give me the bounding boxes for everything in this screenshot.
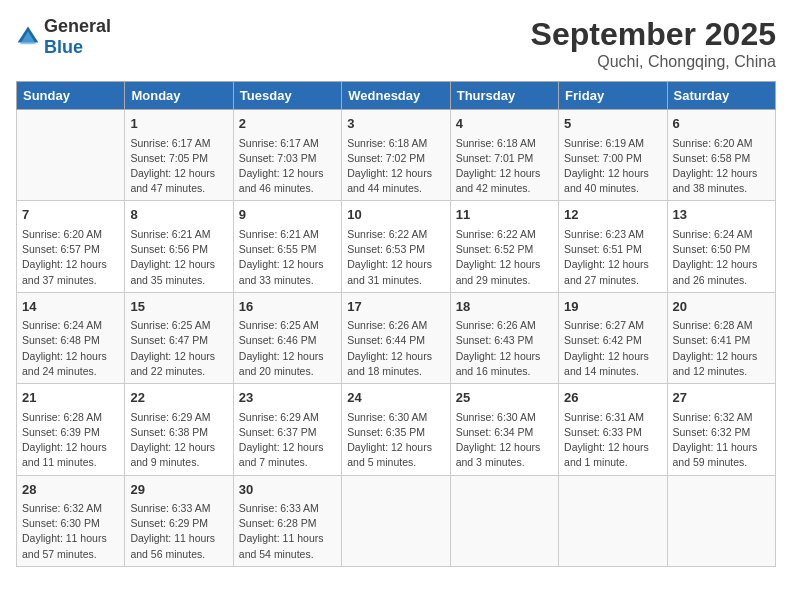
calendar-cell: 23Sunrise: 6:29 AM Sunset: 6:37 PM Dayli… <box>233 384 341 475</box>
day-number: 1 <box>130 114 227 134</box>
day-info: Sunrise: 6:20 AM Sunset: 6:57 PM Dayligh… <box>22 227 119 288</box>
day-number: 18 <box>456 297 553 317</box>
header-tuesday: Tuesday <box>233 82 341 110</box>
day-info: Sunrise: 6:18 AM Sunset: 7:02 PM Dayligh… <box>347 136 444 197</box>
calendar-cell <box>559 475 667 566</box>
week-row-1: 1Sunrise: 6:17 AM Sunset: 7:05 PM Daylig… <box>17 110 776 201</box>
day-info: Sunrise: 6:29 AM Sunset: 6:37 PM Dayligh… <box>239 410 336 471</box>
day-number: 9 <box>239 205 336 225</box>
calendar-cell: 4Sunrise: 6:18 AM Sunset: 7:01 PM Daylig… <box>450 110 558 201</box>
header-thursday: Thursday <box>450 82 558 110</box>
day-info: Sunrise: 6:32 AM Sunset: 6:30 PM Dayligh… <box>22 501 119 562</box>
calendar-cell: 13Sunrise: 6:24 AM Sunset: 6:50 PM Dayli… <box>667 201 775 292</box>
day-number: 11 <box>456 205 553 225</box>
calendar-cell <box>450 475 558 566</box>
day-info: Sunrise: 6:22 AM Sunset: 6:53 PM Dayligh… <box>347 227 444 288</box>
calendar-cell <box>17 110 125 201</box>
day-info: Sunrise: 6:21 AM Sunset: 6:56 PM Dayligh… <box>130 227 227 288</box>
day-number: 30 <box>239 480 336 500</box>
day-number: 28 <box>22 480 119 500</box>
day-number: 6 <box>673 114 770 134</box>
calendar-cell: 26Sunrise: 6:31 AM Sunset: 6:33 PM Dayli… <box>559 384 667 475</box>
calendar-cell: 10Sunrise: 6:22 AM Sunset: 6:53 PM Dayli… <box>342 201 450 292</box>
day-info: Sunrise: 6:17 AM Sunset: 7:03 PM Dayligh… <box>239 136 336 197</box>
calendar-cell: 5Sunrise: 6:19 AM Sunset: 7:00 PM Daylig… <box>559 110 667 201</box>
day-info: Sunrise: 6:33 AM Sunset: 6:29 PM Dayligh… <box>130 501 227 562</box>
day-info: Sunrise: 6:25 AM Sunset: 6:47 PM Dayligh… <box>130 318 227 379</box>
header-sunday: Sunday <box>17 82 125 110</box>
calendar-cell: 30Sunrise: 6:33 AM Sunset: 6:28 PM Dayli… <box>233 475 341 566</box>
day-number: 21 <box>22 388 119 408</box>
day-number: 16 <box>239 297 336 317</box>
day-number: 10 <box>347 205 444 225</box>
calendar-cell: 21Sunrise: 6:28 AM Sunset: 6:39 PM Dayli… <box>17 384 125 475</box>
weekday-header-row: SundayMondayTuesdayWednesdayThursdayFrid… <box>17 82 776 110</box>
day-number: 12 <box>564 205 661 225</box>
calendar-cell <box>342 475 450 566</box>
calendar-cell: 25Sunrise: 6:30 AM Sunset: 6:34 PM Dayli… <box>450 384 558 475</box>
logo-general: General <box>44 16 111 36</box>
day-info: Sunrise: 6:19 AM Sunset: 7:00 PM Dayligh… <box>564 136 661 197</box>
day-number: 15 <box>130 297 227 317</box>
logo: General Blue <box>16 16 111 58</box>
calendar-cell: 7Sunrise: 6:20 AM Sunset: 6:57 PM Daylig… <box>17 201 125 292</box>
header-monday: Monday <box>125 82 233 110</box>
header-wednesday: Wednesday <box>342 82 450 110</box>
week-row-2: 7Sunrise: 6:20 AM Sunset: 6:57 PM Daylig… <box>17 201 776 292</box>
calendar-cell <box>667 475 775 566</box>
calendar-cell: 9Sunrise: 6:21 AM Sunset: 6:55 PM Daylig… <box>233 201 341 292</box>
day-info: Sunrise: 6:21 AM Sunset: 6:55 PM Dayligh… <box>239 227 336 288</box>
day-info: Sunrise: 6:32 AM Sunset: 6:32 PM Dayligh… <box>673 410 770 471</box>
header-saturday: Saturday <box>667 82 775 110</box>
day-number: 19 <box>564 297 661 317</box>
day-number: 7 <box>22 205 119 225</box>
calendar-cell: 14Sunrise: 6:24 AM Sunset: 6:48 PM Dayli… <box>17 292 125 383</box>
day-number: 24 <box>347 388 444 408</box>
week-row-5: 28Sunrise: 6:32 AM Sunset: 6:30 PM Dayli… <box>17 475 776 566</box>
location-title: Quchi, Chongqing, China <box>531 53 776 71</box>
title-block: September 2025 Quchi, Chongqing, China <box>531 16 776 71</box>
day-number: 26 <box>564 388 661 408</box>
calendar-cell: 17Sunrise: 6:26 AM Sunset: 6:44 PM Dayli… <box>342 292 450 383</box>
day-info: Sunrise: 6:24 AM Sunset: 6:48 PM Dayligh… <box>22 318 119 379</box>
day-info: Sunrise: 6:17 AM Sunset: 7:05 PM Dayligh… <box>130 136 227 197</box>
calendar-cell: 1Sunrise: 6:17 AM Sunset: 7:05 PM Daylig… <box>125 110 233 201</box>
day-info: Sunrise: 6:33 AM Sunset: 6:28 PM Dayligh… <box>239 501 336 562</box>
calendar-cell: 8Sunrise: 6:21 AM Sunset: 6:56 PM Daylig… <box>125 201 233 292</box>
calendar-cell: 18Sunrise: 6:26 AM Sunset: 6:43 PM Dayli… <box>450 292 558 383</box>
day-info: Sunrise: 6:25 AM Sunset: 6:46 PM Dayligh… <box>239 318 336 379</box>
header: General Blue September 2025 Quchi, Chong… <box>16 16 776 71</box>
calendar-cell: 11Sunrise: 6:22 AM Sunset: 6:52 PM Dayli… <box>450 201 558 292</box>
header-friday: Friday <box>559 82 667 110</box>
calendar-cell: 24Sunrise: 6:30 AM Sunset: 6:35 PM Dayli… <box>342 384 450 475</box>
calendar-cell: 12Sunrise: 6:23 AM Sunset: 6:51 PM Dayli… <box>559 201 667 292</box>
day-info: Sunrise: 6:22 AM Sunset: 6:52 PM Dayligh… <box>456 227 553 288</box>
day-info: Sunrise: 6:20 AM Sunset: 6:58 PM Dayligh… <box>673 136 770 197</box>
calendar-cell: 22Sunrise: 6:29 AM Sunset: 6:38 PM Dayli… <box>125 384 233 475</box>
day-info: Sunrise: 6:28 AM Sunset: 6:41 PM Dayligh… <box>673 318 770 379</box>
logo-blue: Blue <box>44 37 83 57</box>
day-number: 13 <box>673 205 770 225</box>
calendar-cell: 15Sunrise: 6:25 AM Sunset: 6:47 PM Dayli… <box>125 292 233 383</box>
day-number: 23 <box>239 388 336 408</box>
logo-text: General Blue <box>44 16 111 58</box>
day-info: Sunrise: 6:24 AM Sunset: 6:50 PM Dayligh… <box>673 227 770 288</box>
day-info: Sunrise: 6:27 AM Sunset: 6:42 PM Dayligh… <box>564 318 661 379</box>
day-number: 3 <box>347 114 444 134</box>
day-number: 20 <box>673 297 770 317</box>
week-row-3: 14Sunrise: 6:24 AM Sunset: 6:48 PM Dayli… <box>17 292 776 383</box>
calendar-cell: 29Sunrise: 6:33 AM Sunset: 6:29 PM Dayli… <box>125 475 233 566</box>
day-info: Sunrise: 6:23 AM Sunset: 6:51 PM Dayligh… <box>564 227 661 288</box>
calendar-cell: 6Sunrise: 6:20 AM Sunset: 6:58 PM Daylig… <box>667 110 775 201</box>
calendar-cell: 20Sunrise: 6:28 AM Sunset: 6:41 PM Dayli… <box>667 292 775 383</box>
day-number: 29 <box>130 480 227 500</box>
calendar-cell: 2Sunrise: 6:17 AM Sunset: 7:03 PM Daylig… <box>233 110 341 201</box>
calendar-table: SundayMondayTuesdayWednesdayThursdayFrid… <box>16 81 776 567</box>
day-number: 22 <box>130 388 227 408</box>
calendar-cell: 16Sunrise: 6:25 AM Sunset: 6:46 PM Dayli… <box>233 292 341 383</box>
day-number: 5 <box>564 114 661 134</box>
day-number: 27 <box>673 388 770 408</box>
day-info: Sunrise: 6:29 AM Sunset: 6:38 PM Dayligh… <box>130 410 227 471</box>
logo-icon <box>16 25 40 49</box>
calendar-cell: 28Sunrise: 6:32 AM Sunset: 6:30 PM Dayli… <box>17 475 125 566</box>
